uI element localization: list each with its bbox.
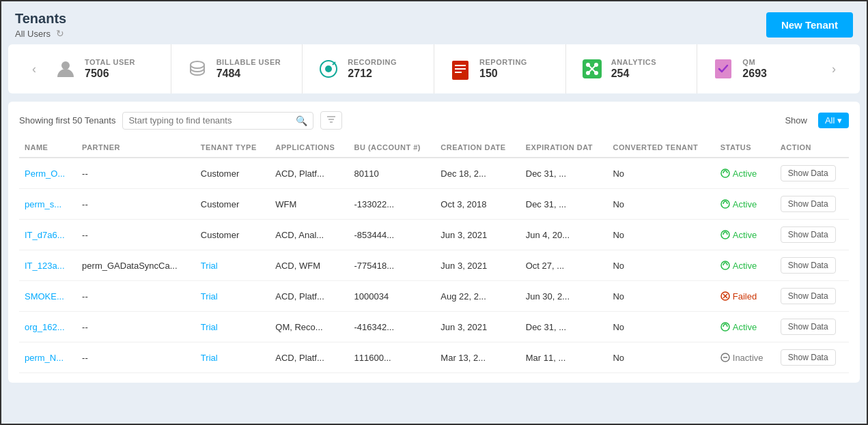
search-wrapper: 🔍 bbox=[122, 112, 313, 130]
cell-expiration: Mar 11, ... bbox=[520, 342, 608, 373]
tenant-name-link[interactable]: Perm_O... bbox=[25, 168, 65, 179]
stats-nav-left[interactable]: ‹ bbox=[29, 62, 40, 76]
col-expiration: EXPIRATION DAT bbox=[520, 138, 608, 158]
cell-status: Active bbox=[715, 158, 775, 189]
analytics-icon bbox=[580, 57, 604, 81]
cell-applications: ACD, Anal... bbox=[270, 220, 348, 250]
tenant-name-link[interactable]: org_162... bbox=[25, 322, 65, 332]
cell-type: Trial bbox=[195, 250, 270, 281]
table-row: org_162... -- Trial QM, Reco... -416342.… bbox=[19, 312, 849, 342]
cell-action: Show Data bbox=[775, 342, 849, 373]
cell-applications: QM, Reco... bbox=[270, 312, 348, 342]
cell-action: Show Data bbox=[775, 312, 849, 342]
stats-nav-right[interactable]: › bbox=[828, 62, 839, 76]
total-user-value: 7506 bbox=[85, 68, 135, 80]
cell-applications: ACD, WFM bbox=[270, 250, 348, 281]
tenants-table: NAME PARTNER TENANT TYPE APPLICATIONS BU… bbox=[19, 138, 849, 373]
cell-type: Trial bbox=[195, 342, 270, 373]
col-converted: CONVERTED TENANT bbox=[607, 138, 714, 158]
cell-bu: 1000034 bbox=[349, 281, 436, 312]
tenant-name-link[interactable]: IT_d7a6... bbox=[25, 230, 65, 240]
show-data-button[interactable]: Show Data bbox=[781, 165, 836, 181]
cell-partner: -- bbox=[76, 158, 195, 189]
svg-rect-5 bbox=[452, 61, 468, 80]
cell-partner: -- bbox=[76, 189, 195, 220]
tenant-name-link[interactable]: IT_123a... bbox=[25, 261, 65, 271]
svg-rect-6 bbox=[455, 65, 466, 66]
billable-user-icon bbox=[185, 57, 210, 81]
recording-label: RECORDING bbox=[348, 58, 397, 66]
billable-user-value: 7484 bbox=[216, 68, 281, 80]
reporting-value: 150 bbox=[479, 68, 527, 80]
subtitle: All Users bbox=[15, 29, 51, 39]
tenant-name-link[interactable]: perm_s... bbox=[25, 199, 61, 209]
show-data-button[interactable]: Show Data bbox=[781, 226, 836, 243]
analytics-label: ANALYTICS bbox=[611, 58, 656, 66]
tenant-name-link[interactable]: SMOKE... bbox=[25, 291, 64, 302]
page-title: Tenants bbox=[15, 11, 66, 27]
show-data-button[interactable]: Show Data bbox=[781, 319, 836, 335]
cell-expiration: Oct 27, ... bbox=[520, 250, 608, 281]
cell-applications: WFM bbox=[270, 189, 348, 220]
tenant-name-link[interactable]: perm_N... bbox=[25, 353, 64, 363]
cell-action: Show Data bbox=[775, 220, 849, 250]
show-data-button[interactable]: Show Data bbox=[781, 349, 836, 366]
new-tenant-button[interactable]: New Tenant bbox=[766, 12, 853, 38]
cell-type: Trial bbox=[195, 281, 270, 312]
qm-value: 2693 bbox=[742, 68, 767, 80]
qm-text: QM 2693 bbox=[742, 58, 767, 80]
cell-status: Active bbox=[715, 312, 775, 342]
qm-label: QM bbox=[742, 58, 767, 66]
cell-creation: Oct 3, 2018 bbox=[435, 189, 520, 220]
svg-rect-7 bbox=[455, 68, 466, 70]
stat-billable-user: BILLABLE USER 7484 bbox=[171, 44, 303, 93]
status-badge: Active bbox=[720, 322, 770, 332]
refresh-icon[interactable]: ↻ bbox=[56, 28, 64, 39]
cell-creation: Aug 22, 2... bbox=[435, 281, 520, 312]
col-action: ACTION bbox=[775, 138, 849, 158]
table-row: perm_N... -- Trial ACD, Platf... 111600.… bbox=[19, 342, 849, 373]
col-partner: PARTNER bbox=[76, 138, 195, 158]
search-input[interactable] bbox=[128, 115, 292, 126]
cell-name: IT_d7a6... bbox=[19, 220, 76, 250]
reporting-label: REPORTING bbox=[479, 58, 527, 66]
cell-action: Show Data bbox=[775, 281, 849, 312]
cell-status: Failed bbox=[715, 281, 775, 312]
cell-creation: Jun 3, 2021 bbox=[435, 220, 520, 250]
cell-expiration: Dec 31, ... bbox=[520, 189, 608, 220]
cell-bu: -133022... bbox=[349, 189, 436, 220]
show-dropdown[interactable]: All ▾ bbox=[818, 113, 849, 128]
header: Tenants All Users ↻ New Tenant bbox=[1, 1, 867, 44]
reporting-icon bbox=[448, 57, 473, 81]
filter-button[interactable] bbox=[320, 111, 342, 130]
table-controls: Showing first 50 Tenants 🔍 Show All ▾ bbox=[19, 111, 849, 130]
show-data-button[interactable]: Show Data bbox=[781, 257, 836, 274]
status-badge: Active bbox=[720, 261, 770, 271]
show-data-button[interactable]: Show Data bbox=[781, 288, 836, 304]
stat-analytics: ANALYTICS 254 bbox=[566, 44, 698, 93]
cell-type: Customer bbox=[195, 158, 270, 189]
cell-applications: ACD, Platf... bbox=[270, 158, 348, 189]
cell-applications: ACD, Platf... bbox=[270, 281, 348, 312]
show-data-button[interactable]: Show Data bbox=[781, 196, 836, 212]
analytics-text: ANALYTICS 254 bbox=[611, 58, 656, 80]
col-bu: BU (ACCOUNT #) bbox=[349, 138, 436, 158]
table-row: SMOKE... -- Trial ACD, Platf... 1000034 … bbox=[19, 281, 849, 312]
search-icon: 🔍 bbox=[296, 115, 307, 126]
cell-bu: 80110 bbox=[349, 158, 436, 189]
cell-action: Show Data bbox=[775, 158, 849, 189]
cell-creation: Jun 3, 2021 bbox=[435, 312, 520, 342]
cell-bu: -853444... bbox=[349, 220, 436, 250]
svg-rect-8 bbox=[455, 72, 462, 73]
cell-creation: Mar 13, 2... bbox=[435, 342, 520, 373]
cell-name: Perm_O... bbox=[19, 158, 76, 189]
cell-partner: -- bbox=[76, 312, 195, 342]
cell-status: Active bbox=[715, 189, 775, 220]
cell-converted: No bbox=[607, 250, 714, 281]
svg-point-1 bbox=[191, 61, 204, 68]
cell-creation: Dec 18, 2... bbox=[435, 158, 520, 189]
cell-status: Active bbox=[715, 220, 775, 250]
qm-icon bbox=[711, 57, 736, 81]
status-badge: Active bbox=[720, 168, 770, 179]
reporting-text: REPORTING 150 bbox=[479, 58, 527, 80]
